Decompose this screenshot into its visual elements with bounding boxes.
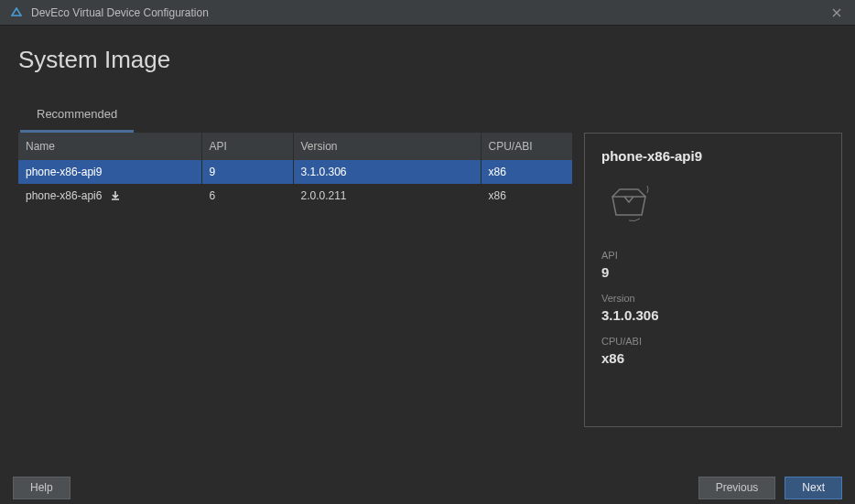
table-row[interactable]: phone-x86-api6 6 2.0.0.211 x86 xyxy=(18,184,573,208)
image-name: phone-x86-api6 xyxy=(26,189,102,202)
header-cpu: CPU/ABI xyxy=(481,133,573,160)
system-image-table: Name API Version CPU/ABI phone-x86-api9 … xyxy=(18,133,573,427)
image-name: phone-x86-api9 xyxy=(26,166,102,178)
tabs: Recommended xyxy=(20,100,855,133)
header-version: Version xyxy=(293,133,481,160)
image-api: 9 xyxy=(201,160,293,184)
footer: Help Previous Next xyxy=(0,475,855,504)
titlebar: DevEco Virtual Device Configuration xyxy=(0,0,855,26)
previous-button[interactable]: Previous xyxy=(698,477,776,499)
details-title: phone-x86-api9 xyxy=(601,148,825,164)
image-cpu: x86 xyxy=(481,184,573,208)
details-api-value: 9 xyxy=(601,264,825,280)
details-version-label: Version xyxy=(601,293,825,304)
next-button[interactable]: Next xyxy=(785,477,842,499)
app-icon xyxy=(9,5,24,20)
table-header-row: Name API Version CPU/ABI xyxy=(18,133,573,160)
close-icon[interactable] xyxy=(828,4,846,22)
table-row[interactable]: phone-x86-api9 9 3.1.0.306 x86 xyxy=(18,160,573,184)
details-api-label: API xyxy=(601,250,825,261)
image-api: 6 xyxy=(201,184,293,208)
image-version: 3.1.0.306 xyxy=(293,160,481,184)
window-title: DevEco Virtual Device Configuration xyxy=(31,6,828,19)
image-version: 2.0.0.211 xyxy=(293,184,481,208)
details-cpu-label: CPU/ABI xyxy=(601,336,825,347)
tab-recommended[interactable]: Recommended xyxy=(20,100,134,133)
header-api: API xyxy=(201,133,293,160)
details-cpu-value: x86 xyxy=(601,350,825,366)
image-cpu: x86 xyxy=(481,160,573,184)
details-version-value: 3.1.0.306 xyxy=(601,307,825,323)
download-icon[interactable] xyxy=(109,189,122,202)
details-illustration xyxy=(601,171,825,237)
page-title: System Image xyxy=(0,26,855,74)
details-panel: phone-x86-api9 API 9 Version 3.1.0.306 C… xyxy=(584,133,842,427)
help-button[interactable]: Help xyxy=(13,477,70,499)
header-name: Name xyxy=(18,133,201,160)
